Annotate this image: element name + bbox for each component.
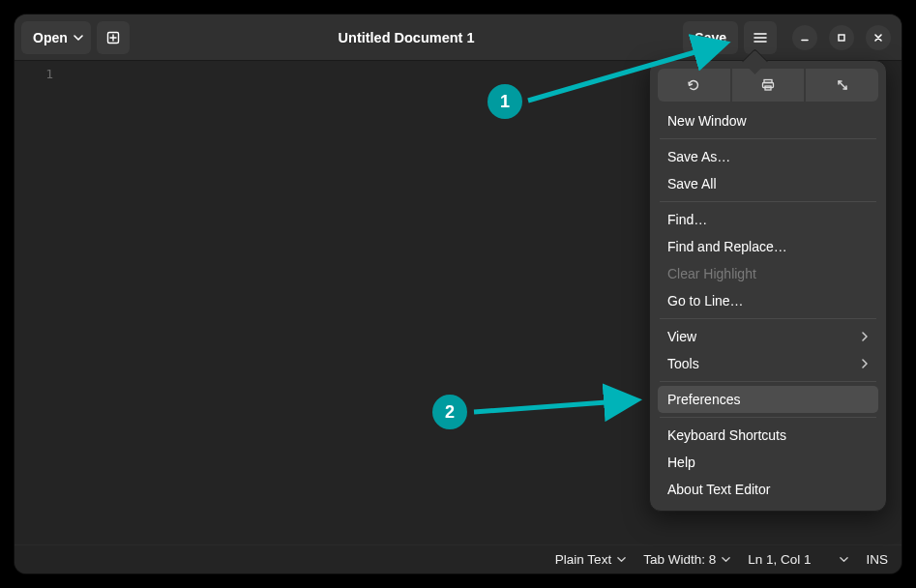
print-button[interactable] [732, 69, 805, 102]
hamburger-icon [753, 30, 768, 45]
open-label: Open [33, 30, 68, 45]
minimize-button[interactable] [792, 25, 817, 50]
menu-save-all[interactable]: Save All [658, 170, 878, 197]
maximize-button[interactable] [829, 25, 854, 50]
menu-preferences[interactable]: Preferences [658, 386, 878, 413]
new-tab-button[interactable] [97, 21, 130, 54]
maximize-icon [836, 32, 847, 44]
line-number: 1 [15, 67, 53, 81]
headerbar: Open Untitled Document 1 Save [15, 15, 901, 61]
window-controls [792, 25, 891, 50]
menu-separator [660, 201, 876, 202]
annotation-badge-2: 2 [432, 395, 467, 429]
annotation-badge-1: 1 [488, 84, 522, 119]
menu-goto-line[interactable]: Go to Line… [658, 287, 878, 314]
menu-separator [660, 318, 876, 319]
chevron-right-icon [861, 359, 869, 368]
insert-mode[interactable]: INS [866, 552, 888, 567]
menu-about[interactable]: About Text Editor [658, 476, 878, 503]
menu-keyboard-shortcuts[interactable]: Keyboard Shortcuts [658, 422, 878, 449]
line-gutter: 1 [15, 61, 61, 544]
statusbar: Plain Text Tab Width: 8 Ln 1, Col 1 INS [15, 544, 901, 573]
svg-rect-1 [839, 35, 844, 41]
print-icon [760, 77, 776, 93]
close-button[interactable] [866, 25, 891, 50]
hamburger-popover: New Window Save As… Save All Find… Find … [649, 60, 887, 512]
chevron-down-icon [722, 555, 730, 564]
chevron-down-icon [840, 555, 848, 564]
annotation-arrow-1 [522, 37, 735, 109]
menu-tools[interactable]: Tools [658, 350, 878, 377]
chevron-down-icon [617, 555, 626, 564]
fullscreen-button[interactable] [806, 69, 878, 102]
menu-clear-highlight: Clear Highlight [658, 260, 878, 287]
tab-width-selector[interactable]: Tab Width: 8 [643, 552, 730, 567]
cursor-position[interactable]: Ln 1, Col 1 [748, 552, 848, 567]
tab-width-label: Tab Width: 8 [643, 552, 716, 567]
menu-separator [660, 417, 876, 418]
insert-mode-label: INS [866, 552, 888, 567]
annotation-arrow-2 [470, 395, 644, 424]
svg-line-5 [528, 44, 722, 101]
menu-find-replace[interactable]: Find and Replace… [658, 233, 878, 260]
position-label: Ln 1, Col 1 [748, 552, 811, 567]
open-button[interactable]: Open [21, 21, 91, 54]
fullscreen-icon [835, 77, 850, 93]
menu-view[interactable]: View [658, 323, 878, 350]
svg-line-6 [474, 400, 633, 412]
menu-separator [660, 381, 876, 382]
chevron-right-icon [861, 332, 869, 341]
hamburger-menu-button[interactable] [744, 21, 777, 54]
new-tab-icon [105, 30, 121, 45]
svg-rect-3 [763, 83, 774, 88]
language-selector[interactable]: Plain Text [555, 552, 626, 567]
close-icon [872, 32, 884, 44]
menu-separator [660, 138, 876, 139]
menu-new-window[interactable]: New Window [658, 107, 878, 134]
menu-help[interactable]: Help [658, 449, 878, 476]
chevron-down-icon [74, 33, 83, 43]
menu-save-as[interactable]: Save As… [658, 143, 878, 170]
language-label: Plain Text [555, 552, 611, 567]
minimize-icon [799, 32, 811, 44]
menu-find[interactable]: Find… [658, 206, 878, 233]
